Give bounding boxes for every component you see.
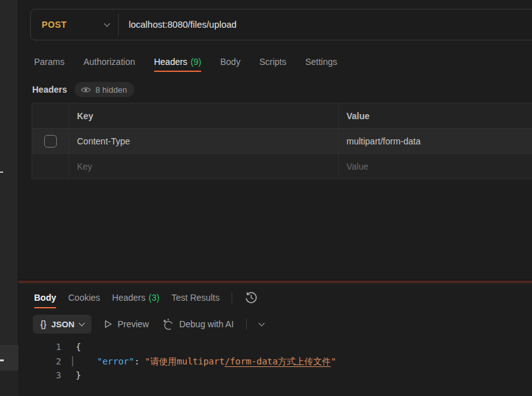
code-content: "error": "请使用multipart/form-data方式上传文件" [76,354,336,369]
request-response-panel: POST localhost:8080/files/upload Params … [19,0,532,396]
more-actions-button[interactable] [259,323,264,325]
table-row: Content-Type multipart/form-data [32,129,532,154]
response-body-viewer[interactable]: 1 { 2 "error": "请使用multipart/form-data方式… [19,340,532,396]
table-row-empty: Key Value [32,154,532,179]
sidebar-bottom-area [0,371,18,396]
request-tabs: Params Authorization Headers (9) Body Sc… [19,52,337,71]
sidebar-edge-strip [0,0,18,396]
code-line: 2 "error": "请使用multipart/form-data方式上传文件… [19,354,532,369]
tab-headers[interactable]: Headers (9) [154,52,201,71]
json-string: "请使用multipart [145,356,225,366]
response-tab-headers[interactable]: Headers (3) [112,288,160,308]
row-checkbox[interactable] [44,135,57,148]
headers-section-header: Headers 8 hidden [32,81,134,98]
code-line: 3 } [19,368,532,383]
hidden-headers-label: 8 hidden [95,85,127,95]
debug-with-ai-button[interactable]: Debug with AI [162,318,233,330]
sidebar-fragment-dash [0,359,4,361]
method-label: POST [42,20,67,30]
tab-authorization[interactable]: Authorization [83,52,135,71]
select-column-header [32,103,69,128]
response-format-dropdown[interactable]: {} JSON [33,315,92,334]
response-history-button[interactable] [244,291,258,305]
headers-count-badge: (9) [191,57,201,67]
tab-settings[interactable]: Settings [305,52,338,71]
url-bar-divider [118,13,119,36]
row-select-cell [32,129,69,153]
format-label: JSON [51,320,74,329]
tabs-divider [232,292,232,303]
code-content: } [76,368,81,383]
preview-button[interactable]: Preview [104,319,149,329]
tab-params[interactable]: Params [34,52,64,71]
json-string-link: /form-data方式上传文件 [225,356,331,366]
request-url-bar: POST localhost:8080/files/upload [30,9,532,40]
indent-guide [72,356,73,367]
line-number: 3 [19,368,61,383]
preview-label: Preview [117,319,149,329]
tab-body[interactable]: Body [220,52,240,71]
response-headers-count-badge: (3) [149,293,160,303]
tab-scripts[interactable]: Scripts [259,52,287,71]
play-icon [104,320,112,329]
response-tab-test-results[interactable]: Test Results [172,288,220,308]
method-selector[interactable]: POST [31,20,118,30]
toolbar-divider [246,318,247,330]
response-tabs: Body Cookies Headers (3) Test Results [34,288,258,308]
code-line: 1 { [19,340,532,354]
header-key-cell[interactable]: Content-Type [69,129,339,153]
headers-section-title: Headers [32,84,67,95]
active-tab-underline [154,71,201,72]
key-column-header: Key [69,103,339,128]
line-number: 1 [19,340,61,354]
header-value-cell[interactable]: multipart/form-data [339,129,532,153]
response-toolbar: {} JSON Preview Debug with AI [33,315,264,334]
braces-icon: {} [40,319,46,329]
clock-history-icon [244,291,258,305]
url-input[interactable]: localhost:8080/files/upload [129,20,237,30]
table-header-row: Key Value [32,103,532,129]
chevron-down-icon [79,320,85,327]
chevron-down-icon [259,320,265,327]
json-key: "error" [97,356,134,366]
new-value-input[interactable]: Value [339,154,532,178]
response-tab-cookies[interactable]: Cookies [68,288,100,308]
new-key-input[interactable]: Key [69,154,339,178]
line-number: 2 [19,354,61,369]
response-tab-body[interactable]: Body [34,288,56,308]
eye-icon [81,86,91,93]
hidden-headers-toggle[interactable]: 8 hidden [74,82,134,97]
sidebar-fragment-dash [0,172,3,173]
active-tab-underline [34,307,56,308]
pane-resize-handle[interactable] [18,279,532,284]
code-content: { [76,340,81,354]
row-select-cell [32,154,69,178]
sidebar-fragment-block [0,345,18,371]
sparkle-orb-icon [162,318,174,330]
headers-table: Key Value Content-Type multipart/form-da… [32,103,532,179]
chevron-down-icon [104,21,110,27]
value-column-header: Value [339,103,532,128]
debug-with-ai-label: Debug with AI [179,319,233,329]
